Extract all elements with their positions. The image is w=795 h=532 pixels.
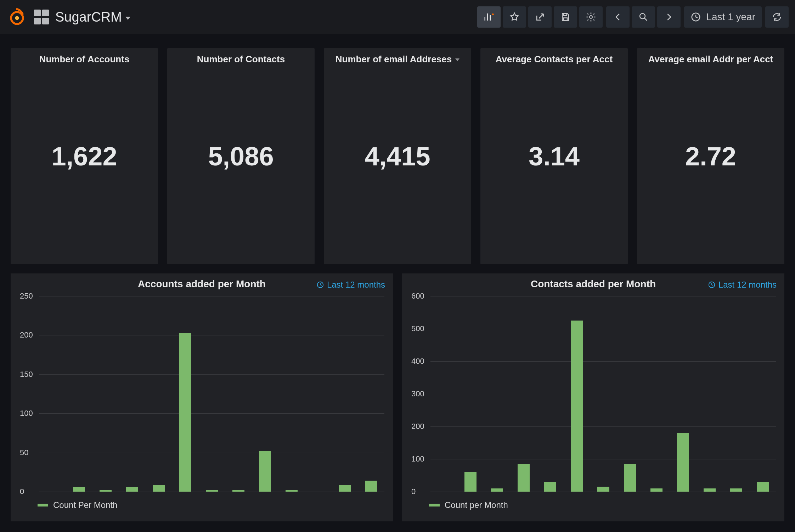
bar[interactable] — [597, 487, 609, 492]
bar-slot — [358, 481, 384, 492]
bar-slot — [66, 487, 92, 492]
chart-range-label: Last 12 months — [327, 280, 385, 290]
save-button[interactable] — [554, 6, 577, 28]
svg-point-3 — [640, 13, 645, 19]
dashboard-grid-icon[interactable] — [34, 10, 49, 24]
caret-down-icon — [125, 17, 130, 20]
bar[interactable] — [518, 464, 530, 492]
panel-title: Number of Contacts — [167, 48, 315, 65]
bar-slot — [278, 490, 305, 492]
legend-label: Count Per Month — [53, 500, 117, 510]
bar[interactable] — [73, 487, 85, 492]
chart-panel-contacts[interactable]: Contacts added per Month Last 12 months … — [402, 273, 784, 521]
legend-label: Count per Month — [445, 500, 508, 510]
dashboard-title: SugarCRM — [55, 10, 122, 25]
bar-slot — [696, 488, 723, 492]
clock-icon — [708, 281, 716, 289]
dashboard-content: Number of Accounts 1,622 Number of Conta… — [0, 34, 795, 528]
bar[interactable] — [126, 487, 138, 492]
bar[interactable] — [365, 481, 377, 492]
bar[interactable] — [730, 488, 742, 492]
chart-range-label: Last 12 months — [718, 280, 777, 290]
y-axis-tick: 200 — [411, 422, 424, 431]
bar[interactable] — [650, 488, 662, 492]
stat-value: 5,086 — [167, 141, 315, 171]
chart-range-link[interactable]: Last 12 months — [708, 280, 777, 290]
dashboard-title-dropdown[interactable]: SugarCRM — [55, 10, 130, 25]
stat-panel-accounts[interactable]: Number of Accounts 1,622 — [11, 48, 158, 264]
grafana-logo-icon[interactable] — [6, 6, 28, 28]
time-range-picker[interactable]: Last 1 year — [684, 6, 762, 28]
bar[interactable] — [232, 490, 244, 492]
bar[interactable] — [491, 488, 503, 492]
panel-title: Number of Accounts — [11, 48, 158, 65]
stat-value: 4,415 — [324, 141, 471, 171]
y-axis-tick: 600 — [411, 292, 424, 301]
bar-slot — [331, 485, 358, 492]
bar-slot — [510, 464, 537, 492]
bar-slot — [537, 482, 563, 492]
bar-slot — [616, 464, 643, 492]
bar-slot — [92, 490, 119, 492]
bar[interactable] — [571, 321, 583, 492]
star-button[interactable] — [503, 6, 526, 28]
legend-swatch-icon — [38, 504, 48, 506]
y-axis-tick: 0 — [411, 487, 416, 496]
bar[interactable] — [100, 490, 112, 492]
bar-slot — [643, 488, 670, 492]
stat-row: Number of Accounts 1,622 Number of Conta… — [11, 48, 784, 264]
share-button[interactable] — [528, 6, 552, 28]
bar[interactable] — [179, 333, 191, 492]
clock-icon — [690, 12, 701, 22]
bar-slot — [172, 333, 198, 492]
stat-panel-emails[interactable]: Number of email Addreses 4,415 — [324, 48, 471, 264]
bar[interactable] — [677, 433, 689, 492]
bar[interactable] — [624, 464, 636, 492]
bar[interactable] — [286, 490, 298, 492]
bar[interactable] — [757, 482, 769, 492]
chart-legend[interactable]: Count Per Month — [38, 500, 117, 510]
bar[interactable] — [339, 485, 351, 492]
legend-swatch-icon — [429, 504, 440, 506]
bar[interactable] — [153, 485, 165, 492]
bar-slot — [749, 482, 776, 492]
bar-slot — [198, 490, 225, 492]
stat-value: 2.72 — [637, 141, 784, 171]
chart-range-link[interactable]: Last 12 months — [316, 280, 385, 290]
bar-slot — [590, 487, 616, 492]
time-back-button[interactable] — [606, 6, 630, 28]
stat-panel-avg-emails[interactable]: Average email Addr per Acct 2.72 — [637, 48, 784, 264]
refresh-button[interactable] — [765, 6, 789, 28]
add-panel-button[interactable] — [477, 6, 501, 28]
settings-button[interactable] — [579, 6, 603, 28]
clock-icon — [316, 281, 324, 289]
stat-panel-avg-contacts[interactable]: Average Contacts per Acct 3.14 — [480, 48, 628, 264]
bar[interactable] — [206, 490, 218, 492]
chart-row: Accounts added per Month Last 12 months … — [11, 273, 784, 521]
y-axis-tick: 50 — [20, 448, 28, 457]
bar-slot — [723, 488, 749, 492]
y-axis-tick: 500 — [411, 324, 424, 333]
bar-slot — [670, 433, 696, 492]
bar[interactable] — [464, 472, 477, 492]
bar[interactable] — [704, 488, 716, 492]
stat-panel-contacts[interactable]: Number of Contacts 5,086 — [167, 48, 315, 264]
bar-slot — [119, 487, 145, 492]
panel-title: Average email Addr per Acct — [637, 48, 784, 65]
top-navbar: SugarCRM — [0, 0, 795, 34]
y-axis-tick: 300 — [411, 389, 424, 398]
panel-title: Number of email Addreses — [324, 48, 471, 65]
bar-slot — [484, 488, 510, 492]
bar[interactable] — [544, 482, 556, 492]
stat-value: 1,622 — [11, 141, 158, 171]
time-forward-button[interactable] — [657, 6, 681, 28]
time-range-label: Last 1 year — [706, 11, 755, 23]
zoom-out-button[interactable] — [632, 6, 655, 28]
stat-value: 3.14 — [480, 141, 628, 171]
chart-legend[interactable]: Count per Month — [429, 500, 508, 510]
y-axis-tick: 0 — [20, 487, 24, 496]
bar[interactable] — [259, 451, 271, 492]
bar-slot — [145, 485, 172, 492]
chart-panel-accounts[interactable]: Accounts added per Month Last 12 months … — [11, 273, 393, 521]
y-axis-tick: 200 — [20, 330, 33, 340]
